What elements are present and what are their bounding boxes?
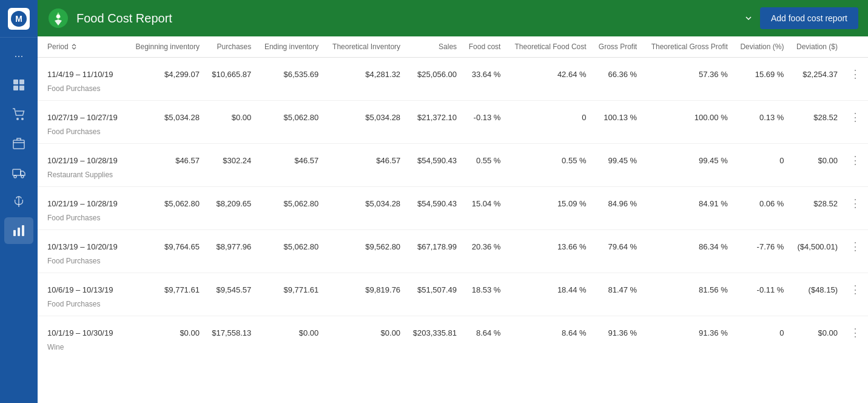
row-more-button[interactable]: ⋮: [847, 283, 863, 296]
cell-theoretical-inventory: $46.57: [323, 144, 405, 170]
sort-icon: [71, 44, 77, 50]
cell-food-cost: -0.13 %: [462, 101, 505, 127]
row-more-button[interactable]: ⋮: [847, 67, 863, 81]
cell-theoretical-inventory: $9,819.76: [323, 273, 405, 299]
table-row: 10/27/19 – 10/27/19 $5,034.28 $0.00 $5,0…: [38, 101, 868, 127]
cell-food-cost: 8.64 %: [462, 316, 505, 342]
cell-purchases: $8,977.96: [204, 230, 256, 256]
cell-purchases: $302.24: [204, 144, 256, 170]
col-sales: Sales: [405, 36, 462, 58]
cell-deviation-dollar: $28.52: [789, 101, 843, 127]
row-more-button[interactable]: ⋮: [847, 240, 863, 253]
sidebar-item-dashboard[interactable]: [4, 72, 33, 98]
table-row: 11/4/19 – 11/10/19 $4,299.07 $10,665.87 …: [38, 58, 868, 84]
svg-rect-13: [18, 228, 20, 236]
svg-point-6: [16, 118, 19, 120]
svg-rect-3: [19, 80, 24, 84]
cell-gross-profit: 100.13 %: [591, 101, 642, 127]
reports-table-container: Period Beginning inventory Purchases End…: [38, 36, 868, 403]
recipes-icon: [12, 195, 25, 208]
cell-gross-profit: 81.47 %: [591, 273, 642, 299]
row-more-button[interactable]: ⋮: [847, 326, 863, 339]
cell-row-actions: ⋮: [843, 230, 868, 256]
cell-row-actions: ⋮: [843, 58, 868, 84]
sidebar-item-reports[interactable]: [4, 217, 33, 244]
cell-ending-inventory: $6,535.69: [256, 58, 323, 84]
cell-period: 10/21/19 – 10/28/19: [38, 144, 127, 170]
cell-deviation-pct: 15.69 %: [733, 58, 789, 84]
cell-sales: $21,372.10: [405, 101, 462, 127]
col-ending-inventory: Ending inventory: [256, 36, 323, 58]
cell-sales: $67,178.99: [405, 230, 462, 256]
cell-deviation-dollar: $0.00: [789, 144, 843, 170]
svg-rect-5: [19, 86, 24, 90]
sidebar-item-delivery[interactable]: [4, 159, 33, 186]
cell-gross-profit: 99.45 %: [591, 144, 642, 170]
title-dropdown[interactable]: [744, 14, 753, 22]
cell-period: 10/13/19 – 10/20/19: [38, 230, 127, 256]
sidebar-item-inventory[interactable]: [4, 130, 33, 157]
table-subrow: Food Purchases: [38, 299, 868, 316]
cell-ending-inventory: $46.57: [256, 144, 323, 170]
cell-theoretical-gross-profit: 86.34 %: [642, 230, 733, 256]
sidebar-navigation: ···: [0, 38, 38, 244]
cell-ending-inventory: $9,771.61: [256, 273, 323, 299]
cell-category: Food Purchases: [38, 299, 868, 316]
cell-theoretical-gross-profit: 57.36 %: [642, 58, 733, 84]
sidebar-item-cart[interactable]: [4, 101, 33, 127]
add-food-cost-report-button[interactable]: Add food cost report: [760, 7, 858, 29]
col-deviation-pct: Deviation (%): [733, 36, 789, 58]
table-row: 10/21/19 – 10/28/19 $46.57 $302.24 $46.5…: [38, 144, 868, 170]
cell-ending-inventory: $5,062.80: [256, 187, 323, 213]
svg-point-16: [56, 15, 60, 18]
cell-beginning-inventory: $9,771.61: [127, 273, 204, 299]
col-period[interactable]: Period: [38, 36, 127, 58]
sidebar-logo[interactable]: M: [0, 0, 38, 38]
table-row: 10/6/19 – 10/13/19 $9,771.61 $9,545.57 $…: [38, 273, 868, 299]
svg-text:M: M: [15, 14, 22, 24]
cell-deviation-pct: 0.06 %: [733, 187, 789, 213]
cell-gross-profit: 91.36 %: [591, 316, 642, 342]
col-theoretical-food-cost: Theoretical Food Cost: [505, 36, 591, 58]
svg-rect-8: [13, 140, 24, 149]
sidebar-item-more[interactable]: ···: [4, 42, 33, 69]
cell-category: Restaurant Supplies: [38, 169, 868, 187]
col-purchases: Purchases: [204, 36, 256, 58]
cell-beginning-inventory: $46.57: [127, 144, 204, 170]
cell-category: Food Purchases: [38, 256, 868, 273]
cell-period: 10/6/19 – 10/13/19: [38, 273, 127, 299]
table-subrow: Restaurant Supplies: [38, 169, 868, 187]
table-header: Period Beginning inventory Purchases End…: [38, 36, 868, 58]
col-deviation-dollar: Deviation ($): [789, 36, 843, 58]
svg-point-10: [14, 175, 16, 178]
cell-period: 10/1/19 – 10/30/19: [38, 316, 127, 342]
row-more-button[interactable]: ⋮: [847, 197, 863, 210]
cell-theoretical-gross-profit: 100.00 %: [642, 101, 733, 127]
cell-theoretical-gross-profit: 99.45 %: [642, 144, 733, 170]
cell-row-actions: ⋮: [843, 144, 868, 170]
cell-purchases: $10,665.87: [204, 58, 256, 84]
chevron-down-icon: [744, 14, 753, 22]
cell-theoretical-food-cost: 18.44 %: [505, 273, 591, 299]
cell-ending-inventory: $5,062.80: [256, 101, 323, 127]
row-more-button[interactable]: ⋮: [847, 110, 863, 124]
cell-beginning-inventory: $5,034.28: [127, 101, 204, 127]
cell-category: Food Purchases: [38, 126, 868, 144]
cell-period: 10/27/19 – 10/27/19: [38, 101, 127, 127]
logo-icon: M: [8, 8, 30, 30]
delivery-icon: [12, 166, 25, 179]
sidebar-item-recipes[interactable]: [4, 188, 33, 215]
cell-theoretical-food-cost: 42.64 %: [505, 58, 591, 84]
table-row: 10/21/19 – 10/28/19 $5,062.80 $8,209.65 …: [38, 187, 868, 213]
table-subrow: Food Purchases: [38, 256, 868, 273]
cell-category: Food Purchases: [38, 212, 868, 230]
cell-sales: $51,507.49: [405, 273, 462, 299]
cell-deviation-dollar: $0.00: [789, 316, 843, 342]
row-more-button[interactable]: ⋮: [847, 154, 863, 167]
table-subrow: Food Purchases: [38, 212, 868, 230]
food-cost-table: Period Beginning inventory Purchases End…: [38, 36, 868, 359]
table-subrow: Food Purchases: [38, 126, 868, 144]
inventory-icon: [12, 137, 25, 150]
cell-purchases: $17,558.13: [204, 316, 256, 342]
cell-theoretical-gross-profit: 91.36 %: [642, 316, 733, 342]
